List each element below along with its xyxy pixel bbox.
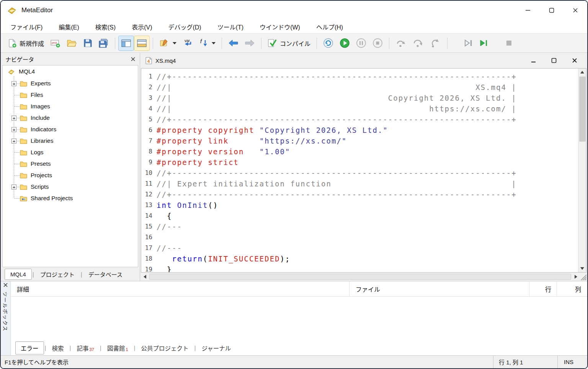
tree-item[interactable]: + Experts bbox=[3, 78, 138, 89]
code-line[interactable]: 13int OnInit() bbox=[141, 200, 578, 211]
debug-restart-button[interactable] bbox=[320, 36, 336, 51]
close-button[interactable] bbox=[564, 1, 587, 20]
code-line[interactable]: 17//--- bbox=[141, 243, 578, 253]
code-line[interactable]: 10//+-----------------------------------… bbox=[141, 168, 578, 178]
variables-button[interactable]: var bbox=[180, 36, 196, 51]
tree-item[interactable]: Images bbox=[3, 101, 138, 112]
step-over-button[interactable] bbox=[410, 36, 427, 51]
code-line[interactable]: 12//+-----------------------------------… bbox=[141, 189, 578, 200]
document-minimize-button[interactable] bbox=[531, 58, 536, 63]
expand-icon[interactable]: + bbox=[11, 81, 16, 86]
functions-dropdown-icon[interactable] bbox=[212, 42, 216, 44]
code-line[interactable]: 5//+------------------------------------… bbox=[141, 114, 578, 125]
resize-grip-icon[interactable] bbox=[580, 273, 586, 280]
code-line[interactable]: 4//| https://xs.com/ | bbox=[141, 103, 578, 114]
step-out-button[interactable] bbox=[427, 36, 444, 51]
new-file-button[interactable]: 新規作成 bbox=[5, 36, 47, 51]
menu-item-window[interactable]: ウインドウ(W) bbox=[254, 20, 306, 33]
tree-item[interactable]: + Indicators bbox=[3, 124, 138, 135]
code-line[interactable]: 14 { bbox=[141, 211, 578, 221]
tree-item[interactable]: + Include bbox=[3, 112, 138, 124]
horizontal-scrollbar[interactable] bbox=[141, 273, 586, 281]
code-line[interactable]: 7#property link "https://xs.com/" bbox=[141, 136, 578, 146]
minimize-button[interactable] bbox=[516, 1, 540, 20]
document-restore-button[interactable] bbox=[551, 58, 557, 63]
code-line[interactable]: 19 } bbox=[141, 264, 578, 272]
scroll-right-icon[interactable] bbox=[572, 273, 580, 281]
toolbox-tab-3[interactable]: 図書館1 bbox=[102, 342, 133, 354]
code-line[interactable]: 3//| Copyright 2026, XS Ltd. | bbox=[141, 93, 578, 103]
run-to-cursor-button[interactable] bbox=[461, 36, 476, 51]
debug-start-button[interactable] bbox=[336, 36, 353, 51]
horizontal-scrollbar-thumb[interactable] bbox=[149, 274, 571, 280]
maximize-button[interactable] bbox=[540, 1, 564, 20]
styler-dropdown-icon[interactable] bbox=[173, 42, 176, 44]
menu-item-help[interactable]: ヘルプ(H) bbox=[310, 20, 349, 33]
navigate-back-button[interactable] bbox=[225, 36, 242, 51]
break-button[interactable] bbox=[501, 36, 516, 51]
toolbox-tab-2[interactable]: 記事37 bbox=[72, 342, 99, 354]
code-line[interactable]: 16 bbox=[141, 232, 578, 243]
code-line[interactable]: 18 return(INIT_SUCCEEDED); bbox=[141, 253, 578, 264]
column-file[interactable]: ファイル bbox=[349, 281, 529, 296]
column-details[interactable]: 詳細 bbox=[11, 281, 349, 296]
scroll-up-icon[interactable] bbox=[578, 69, 586, 76]
menu-item-file[interactable]: ファイル(F) bbox=[5, 20, 48, 33]
navigator-tab-2[interactable]: データベース bbox=[83, 268, 128, 280]
navigator-toggle-button[interactable] bbox=[118, 36, 134, 51]
scroll-down-icon[interactable] bbox=[578, 265, 586, 272]
navigator-tab-1[interactable]: プロジェクト bbox=[35, 268, 80, 280]
tree-item[interactable]: Shared Projects bbox=[3, 193, 138, 204]
navigator-tab-0[interactable]: MQL4 bbox=[5, 269, 32, 280]
expand-icon[interactable]: + bbox=[11, 139, 16, 144]
save-all-button[interactable] bbox=[95, 36, 112, 51]
step-into-button[interactable] bbox=[392, 36, 410, 51]
menu-item-search[interactable]: 検索(S) bbox=[90, 20, 121, 33]
code-line[interactable]: 9#property strict bbox=[141, 157, 578, 168]
code-line[interactable]: 11//| Expert initialization function | bbox=[141, 178, 578, 189]
expand-icon[interactable]: + bbox=[11, 116, 16, 121]
tree-item[interactable]: + Scripts bbox=[3, 181, 138, 193]
toolbox-toggle-button[interactable] bbox=[134, 36, 150, 51]
tree-item[interactable]: Files bbox=[3, 89, 138, 101]
toolbox-tab-4[interactable]: 公共プロジェクト bbox=[136, 342, 194, 354]
vertical-scrollbar-thumb[interactable] bbox=[579, 77, 586, 142]
navigator-close-icon[interactable] bbox=[131, 57, 135, 61]
document-close-button[interactable] bbox=[572, 58, 577, 63]
vertical-scrollbar[interactable] bbox=[578, 69, 586, 272]
column-line[interactable]: 行 bbox=[529, 281, 557, 296]
navigate-forward-button[interactable] bbox=[242, 36, 258, 51]
toolbox-tab-5[interactable]: ジャーナル bbox=[197, 342, 236, 354]
tree-item[interactable]: Logs bbox=[3, 147, 138, 158]
new-project-button[interactable]: proj bbox=[47, 36, 64, 51]
compile-button[interactable]: コンパイル bbox=[265, 36, 314, 51]
toolbox-strip-label[interactable]: ツールボックス bbox=[2, 292, 9, 332]
tree-root-mql4[interactable]: MQL4 bbox=[3, 65, 138, 78]
code-line[interactable]: 6#property copyright "Copyright 2026, XS… bbox=[141, 125, 578, 136]
toolbox-tab-1[interactable]: 検索 bbox=[47, 342, 69, 354]
column-column[interactable]: 列 bbox=[557, 281, 587, 296]
toolbox-close-icon[interactable] bbox=[3, 283, 8, 287]
document-tab-title[interactable]: XS.mq4 bbox=[155, 57, 176, 64]
code-line[interactable]: 1//+------------------------------------… bbox=[141, 71, 578, 82]
expand-icon[interactable]: + bbox=[11, 127, 16, 132]
debug-stop-button[interactable] bbox=[369, 36, 386, 51]
menu-item-debug[interactable]: デバッグ(D) bbox=[162, 20, 207, 33]
toolbox-tab-0[interactable]: エラー bbox=[15, 341, 44, 354]
tree-item[interactable]: + Libraries bbox=[3, 135, 138, 147]
save-button[interactable] bbox=[80, 36, 95, 51]
menu-item-view[interactable]: 表示(V) bbox=[126, 20, 158, 33]
menu-item-tools[interactable]: ツール(T) bbox=[212, 20, 249, 33]
tree-item[interactable]: Presets bbox=[3, 158, 138, 170]
tree-item[interactable]: Projects bbox=[3, 170, 138, 181]
code-line[interactable]: 8#property version "1.00" bbox=[141, 146, 578, 157]
debug-pause-button[interactable] bbox=[353, 36, 369, 51]
code-line[interactable]: 2//| XS.mq4 | bbox=[141, 82, 578, 93]
open-file-button[interactable] bbox=[64, 36, 80, 51]
expand-icon[interactable]: + bbox=[11, 184, 16, 189]
menu-item-edit[interactable]: 編集(E) bbox=[53, 20, 85, 33]
code-editor[interactable]: 1//+------------------------------------… bbox=[141, 69, 578, 272]
functions-button[interactable]: f bbox=[196, 36, 219, 51]
scroll-left-icon[interactable] bbox=[141, 273, 149, 281]
code-line[interactable]: 15//--- bbox=[141, 221, 578, 232]
